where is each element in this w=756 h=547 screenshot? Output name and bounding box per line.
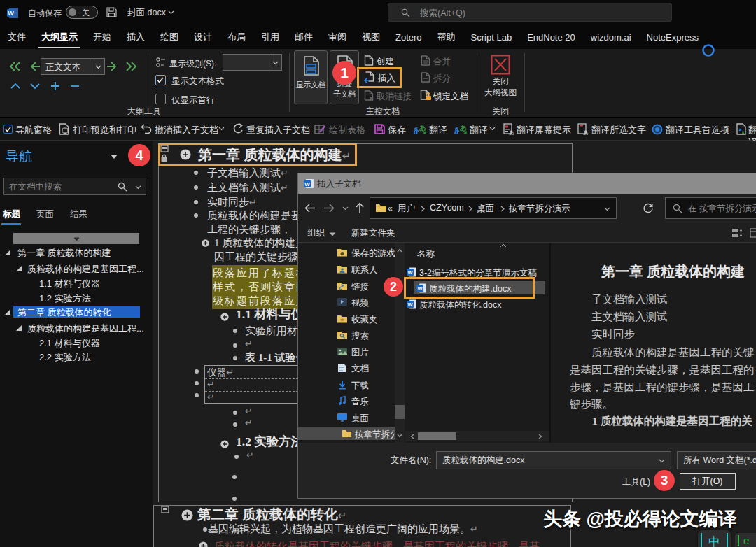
- svg-text:W: W: [417, 285, 423, 292]
- svg-text:W: W: [407, 269, 413, 276]
- svg-text:あ: あ: [583, 129, 589, 135]
- svg-text:W: W: [8, 10, 14, 17]
- svg-text:W: W: [407, 301, 413, 308]
- svg-text:あ: あ: [460, 124, 467, 132]
- svg-text:W: W: [304, 181, 310, 187]
- svg-text:あ: あ: [419, 124, 426, 132]
- svg-text:あ: あ: [509, 129, 514, 135]
